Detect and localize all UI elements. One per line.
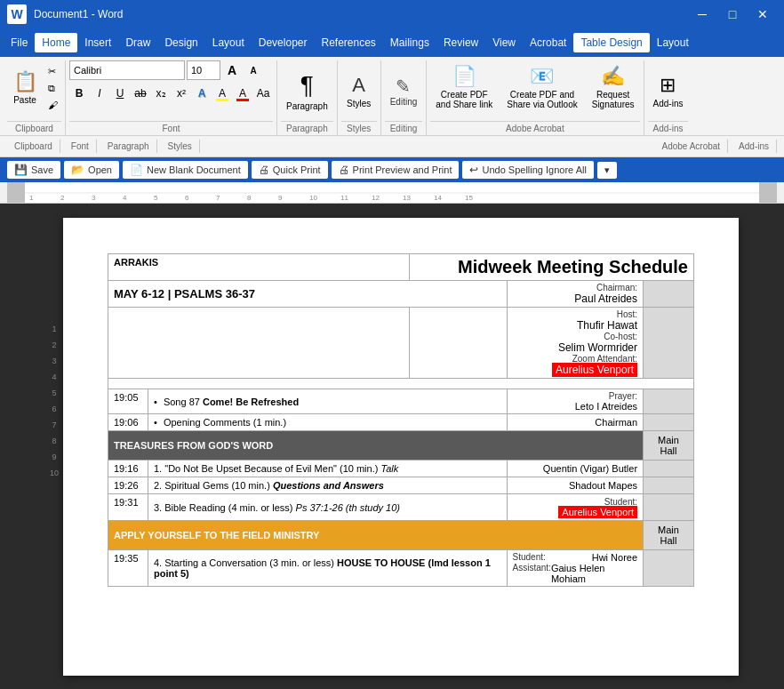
request-signatures-button[interactable]: ✍ RequestSignatures — [587, 60, 640, 114]
editing-group-label: Editing — [385, 121, 423, 135]
strikethrough-button[interactable]: ab — [131, 84, 150, 103]
menu-home[interactable]: Home — [35, 33, 77, 52]
opening-content: • Opening Comments (1 min.) — [148, 414, 508, 431]
restore-button[interactable]: □ — [718, 2, 747, 27]
svg-text:13: 13 — [403, 194, 411, 202]
clipboard-footer-label: Clipboard — [7, 140, 60, 153]
menu-layout[interactable]: Layout — [205, 33, 252, 52]
new-blank-button[interactable]: 📄 New Blank Document — [123, 161, 248, 179]
bold-button[interactable]: B — [69, 84, 89, 103]
apply-row-1: 19:35 4. Starting a Conversation (3 min.… — [108, 550, 694, 587]
menu-insert[interactable]: Insert — [77, 33, 118, 52]
menu-developer[interactable]: Developer — [252, 33, 315, 52]
a1-student-label: Student: — [513, 552, 546, 563]
undo-spelling-button[interactable]: ↩ Undo Spelling Ignore All — [462, 161, 593, 179]
paste-button[interactable]: 📋 Paste — [7, 60, 43, 114]
text-effects-button[interactable]: A — [192, 84, 212, 103]
print-preview-button[interactable]: 🖨 Print Preview and Print — [332, 161, 460, 179]
undo-spelling-label: Undo Spelling Ignore All — [482, 164, 586, 175]
request-signatures-label: RequestSignatures — [592, 90, 635, 109]
menu-file[interactable]: File — [4, 33, 35, 52]
print-preview-icon: 🖨 — [339, 164, 349, 176]
menu-review[interactable]: Review — [436, 33, 485, 52]
blank-cell-5 — [644, 461, 694, 477]
menu-design[interactable]: Design — [157, 33, 204, 52]
close-button[interactable]: ✕ — [748, 2, 777, 27]
superscript-button[interactable]: x² — [172, 84, 191, 103]
cohost-label: Co-host: — [604, 332, 637, 341]
clipboard-label: Clipboard — [7, 121, 61, 135]
zoom-value: Aurelius Venport — [552, 363, 637, 377]
request-signatures-icon: ✍ — [601, 65, 625, 88]
a1-person-cell: Student: Hwi Noree Assistant: Gaius Hele… — [507, 550, 644, 587]
underline-button[interactable]: U — [110, 84, 130, 103]
highlight-color-button[interactable]: A — [212, 84, 232, 103]
format-painter-button[interactable]: 🖌 — [44, 98, 61, 112]
menu-view[interactable]: View — [485, 33, 523, 52]
t3-person-cell: Student: Aurelius Venport — [507, 494, 644, 521]
create-pdf-outlook-button[interactable]: 📧 Create PDF andShare via Outlook — [501, 60, 583, 114]
treasures-row-1: 19:16 1. "Do Not Be Upset Because of Evi… — [108, 461, 694, 477]
svg-text:3: 3 — [92, 194, 96, 202]
opening-bullet: • — [154, 417, 157, 428]
blank-cell-8 — [644, 550, 694, 587]
minimize-button[interactable]: ─ — [688, 2, 716, 27]
opening-time: 19:06 — [108, 414, 148, 431]
paragraph-icon: ¶ — [300, 71, 314, 100]
more-icon: ▾ — [604, 164, 610, 176]
blank-cell-6 — [644, 477, 694, 494]
menu-draw[interactable]: Draw — [118, 33, 157, 52]
arrakis-cell: ARRAKIS — [108, 254, 410, 281]
svg-text:15: 15 — [465, 194, 473, 202]
svg-text:14: 14 — [434, 194, 442, 202]
menu-layout2[interactable]: Layout — [650, 33, 696, 52]
grow-font-button[interactable]: A — [222, 60, 242, 80]
subscript-button[interactable]: x₂ — [151, 84, 171, 103]
addins-button[interactable]: ⊞ Add-ins — [648, 64, 689, 117]
menu-acrobat[interactable]: Acrobat — [523, 33, 573, 52]
open-button[interactable]: 📂 Open — [64, 161, 119, 179]
format-painter-icon: 🖌 — [48, 100, 58, 110]
font-size-input[interactable] — [187, 60, 220, 80]
treasures-section-label: TREASURES FROM GOD'S WORD — [108, 431, 644, 461]
copy-icon: ⧉ — [48, 83, 55, 94]
menu-mailings[interactable]: Mailings — [383, 33, 436, 52]
host-row: Host: Thufir Hawat Co-host: Selim Wormri… — [108, 308, 694, 379]
styles-button[interactable]: A Styles — [341, 64, 377, 117]
a1-student-value: Hwi Noree — [592, 552, 637, 563]
song-title: Come! Be Refreshed — [203, 397, 299, 407]
cut-button[interactable]: ✂ — [44, 64, 61, 79]
open-label: Open — [88, 164, 112, 175]
a1-student-row: Student: Hwi Noree — [513, 552, 638, 563]
font-name-input[interactable] — [69, 60, 185, 80]
t2-person: Shadout Mapes — [507, 477, 644, 494]
paragraph-button[interactable]: ¶ Paragraph — [281, 64, 333, 117]
ruler: 1 2 3 4 5 6 7 8 9 10 11 12 13 14 15 — [0, 182, 784, 204]
menu-table-design[interactable]: Table Design — [573, 33, 649, 52]
apply-header-row: APPLY YOURSELF TO THE FIELD MINISTRY Mai… — [108, 521, 694, 550]
date-range: MAY 6-12 | PSALMS 36-37 — [114, 287, 255, 300]
quick-access-bar: 💾 Save 📂 Open 📄 New Blank Document 🖨 Qui… — [0, 157, 784, 182]
open-icon: 📂 — [71, 164, 84, 176]
print-preview-label: Print Preview and Print — [353, 164, 452, 175]
create-pdf-button[interactable]: 📄 Create PDFand Share link — [430, 60, 498, 114]
t1-time: 19:16 — [108, 461, 148, 477]
main-hall-label-2: Main Hall — [644, 521, 694, 550]
zoom-value-cell: Aurelius Venport — [513, 364, 638, 376]
font-color-button[interactable]: A — [233, 84, 252, 103]
shrink-font-button[interactable]: A — [244, 60, 263, 80]
quick-print-button[interactable]: 🖨 Quick Print — [252, 161, 328, 179]
more-button[interactable]: ▾ — [597, 162, 617, 179]
document-area[interactable]: 1 2 3 4 5 6 7 8 9 10 ARRAKIS Midweek Mee… — [0, 204, 784, 689]
editing-button[interactable]: ✎ Editing — [385, 64, 423, 117]
ribbon-paragraph-group: ¶ Paragraph Paragraph — [277, 60, 338, 135]
song-prayer-cell: Prayer: Leto I Atreides — [507, 389, 644, 414]
italic-button[interactable]: I — [90, 84, 109, 103]
copy-button[interactable]: ⧉ — [44, 81, 61, 96]
margin-numbers: 1 2 3 4 5 6 7 8 9 10 — [45, 218, 63, 676]
date-row: MAY 6-12 | PSALMS 36-37 Chairman: Paul A… — [108, 281, 694, 308]
change-case-button[interactable]: Aa — [253, 84, 273, 103]
undo-spelling-icon: ↩ — [469, 164, 478, 176]
menu-references[interactable]: References — [314, 33, 382, 52]
save-button[interactable]: 💾 Save — [7, 161, 60, 179]
